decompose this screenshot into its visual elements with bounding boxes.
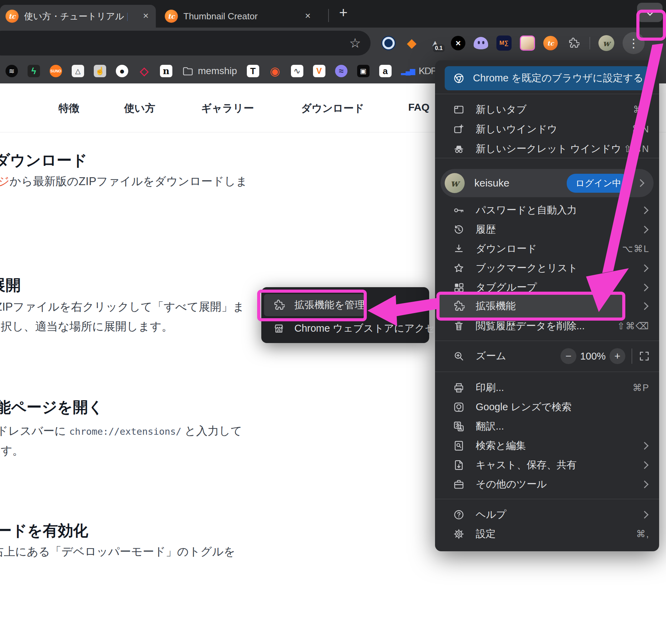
bookmark-green-bolt-icon[interactable]: ϟ	[28, 65, 40, 77]
toolbar-divider	[589, 37, 590, 49]
menu-item-label: 拡張機能	[476, 299, 642, 313]
submenu-item-manage-extensions[interactable]: 拡張機能を管理	[261, 295, 429, 315]
extension-glyph: ◆	[407, 36, 416, 50]
bookmark-orange-swirl-icon[interactable]: ◉	[269, 65, 281, 77]
bookmark-suno-icon[interactable]: SUNO	[50, 65, 62, 77]
fullscreen-icon[interactable]	[638, 350, 650, 362]
keyboard-shortcut: ⌥⌘L	[622, 243, 649, 254]
menu-item-search-google-lens[interactable]: Google レンズで検索	[435, 398, 659, 417]
zoom-level: 100%	[576, 351, 609, 362]
menu-item-print[interactable]: 印刷...⌘P	[435, 378, 659, 398]
cast-icon	[453, 459, 465, 471]
help-icon	[453, 509, 465, 521]
extensions-submenu: 拡張機能を管理 Chrome ウェブストアにアクセス	[261, 287, 429, 343]
chevron-right-icon	[641, 284, 649, 292]
bookmark-github-icon[interactable]: ●	[116, 65, 128, 77]
menu-item-extensions[interactable]: 拡張機能	[435, 296, 659, 316]
anime-avatar-icon[interactable]	[520, 36, 535, 51]
tab-inactive[interactable]: tc Thumbnail Creator ×	[162, 5, 318, 28]
browser-menu-button[interactable]: ⋮	[623, 32, 645, 54]
pointer-badge-icon[interactable]: ▲0.1	[427, 36, 443, 51]
zoom-in-button[interactable]: +	[609, 348, 625, 364]
profile-avatar[interactable]: w	[598, 35, 614, 51]
submenu-item-chrome-web-store[interactable]: Chrome ウェブストアにアクセス	[261, 318, 429, 339]
tab-close-icon[interactable]: ×	[140, 10, 152, 22]
bookmark-stripes-ball-icon[interactable]: ≋	[6, 65, 18, 77]
favicon-glyph: ≈	[339, 66, 343, 76]
menu-profile-row[interactable]: w keisuke ログイン中	[441, 169, 654, 197]
bookmark-letter-t-icon[interactable]: T	[247, 65, 259, 77]
metamask-fox-icon[interactable]: ◆	[404, 36, 419, 51]
nav-link[interactable]: FAQ	[408, 101, 430, 113]
onepassword-icon[interactable]	[381, 36, 396, 50]
menu-item-help[interactable]: ヘルプ	[435, 505, 659, 524]
menu-item-new-incognito-window[interactable]: 新しいシークレット ウインドウ⇧⌘N	[435, 139, 659, 159]
trash-icon	[453, 320, 465, 332]
address-bar[interactable]: ☆	[0, 31, 371, 56]
menu-item-more-tools[interactable]: その他のツール	[435, 475, 659, 494]
menu-item-passwords-autofill[interactable]: パスワードと自動入力	[435, 201, 659, 220]
menu-item-label: 新しいタブ	[476, 103, 633, 117]
code-snippet: chrome://extensions/	[69, 426, 181, 437]
extensions-puzzle-icon[interactable]	[566, 36, 581, 51]
nav-link[interactable]: 特徴	[59, 101, 79, 115]
menu-item-translate[interactable]: 翻訳...	[435, 417, 659, 436]
bookmark-pen-nib-icon[interactable]: △	[72, 65, 84, 77]
menu-item-settings[interactable]: 設定⌘,	[435, 524, 659, 544]
section-heading-extract: 展開	[0, 275, 21, 295]
bookmark-v-logo-icon[interactable]: V	[313, 65, 325, 77]
favicon-glyph: ◇	[140, 64, 149, 78]
phantom-ghost-icon[interactable]	[474, 37, 488, 49]
bookmark-kdp-icon[interactable]: ▂▄▆KDP	[401, 65, 437, 77]
favicon-glyph: ≋	[9, 67, 15, 75]
bookmark-hand-click-icon[interactable]: ☝	[94, 65, 106, 77]
menu-item-cast-save-share[interactable]: キャスト、保存、共有	[435, 455, 659, 475]
nav-link[interactable]: ダウンロード	[301, 101, 364, 115]
menu-item-downloads[interactable]: ダウンロード⌥⌘L	[435, 239, 659, 259]
menu-item-history[interactable]: 履歴	[435, 220, 659, 239]
history-icon	[453, 224, 465, 235]
thumbnail-creator-icon[interactable]: tc	[543, 36, 558, 50]
menu-item-search-edit[interactable]: 検索と編集	[435, 436, 659, 455]
grid-icon	[453, 282, 465, 293]
incog-icon	[453, 143, 465, 155]
bookmark-amazon-icon[interactable]: a	[379, 65, 392, 77]
zoom-out-button[interactable]: −	[561, 348, 576, 364]
bookmark-folder-icon[interactable]: memship	[182, 65, 237, 77]
keyboard-shortcut: ⇧⌘N	[624, 143, 649, 154]
tab-active[interactable]: tc 使い方・チュートリアル | Thumb ×	[0, 5, 156, 28]
menu-item-label: 検索と編集	[476, 439, 642, 453]
menu-item-label: Google レンズで検索	[476, 400, 649, 414]
tab-search-button[interactable]	[637, 3, 663, 22]
avatar-glyph: w	[603, 38, 610, 48]
bookmark-waveform-icon[interactable]: ∿	[291, 65, 303, 77]
bookmark-red-hexagon-icon[interactable]: ◇	[138, 65, 150, 77]
nav-link[interactable]: 使い方	[124, 101, 155, 115]
print-icon	[453, 382, 465, 394]
set-default-browser-banner[interactable]: Chrome を既定のブラウザに設定する	[445, 66, 649, 90]
nav-link[interactable]: ギャラリー	[201, 101, 254, 115]
tab-close-icon[interactable]: ×	[302, 10, 314, 22]
link-text[interactable]: ジ	[0, 175, 10, 188]
chevron-right-icon	[641, 302, 649, 310]
folder-icon	[182, 65, 194, 77]
menu-zoom-row: ズーム − 100% +	[435, 346, 659, 366]
favicon-glyph: ▂▄▆	[401, 67, 415, 75]
bookmark-black-box-icon[interactable]: ▣	[357, 65, 370, 77]
menu-item-new-tab[interactable]: 新しいタブ⌘T	[435, 100, 659, 119]
bookmark-star-icon[interactable]: ☆	[349, 36, 361, 51]
x-app-icon[interactable]: ×	[451, 36, 465, 50]
translate-icon	[453, 421, 465, 432]
menu-item-bookmarks-lists[interactable]: ブックマークとリスト	[435, 259, 659, 278]
new-tab-button[interactable]: +	[335, 5, 352, 21]
menu-item-new-window[interactable]: 新しいウインドウ⌘N	[435, 120, 659, 139]
bookmark-notion-icon[interactable]: n	[160, 65, 172, 77]
favicon-glyph: SUNO	[50, 69, 61, 73]
metaso-icon[interactable]: M∑	[496, 36, 512, 51]
toolbar: ☆ ◆▲0.1×M∑tcw⋮	[0, 28, 666, 59]
menu-item-label: ヘルプ	[476, 508, 642, 522]
menu-item-clear-browsing-data[interactable]: 閲覧履歴データを削除...⇧⌘⌫	[435, 316, 659, 336]
menu-item-tab-groups[interactable]: タブグループ	[435, 278, 659, 297]
menu-item-label: ブックマークとリスト	[476, 261, 642, 275]
bookmark-purple-wave-icon[interactable]: ≈	[335, 65, 347, 77]
